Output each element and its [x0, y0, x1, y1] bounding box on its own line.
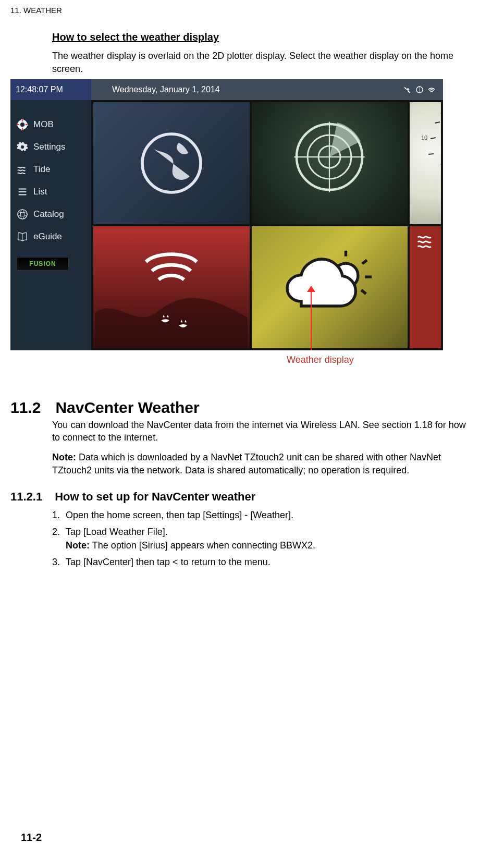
svg-point-12: [142, 134, 201, 192]
sidebar-item-label: Tide: [33, 164, 50, 176]
book-icon: [17, 231, 28, 242]
note-text: The option [Sirius] appears when connect…: [90, 540, 315, 551]
target-icon: [415, 86, 424, 94]
gauge-icon: 10: [410, 102, 441, 224]
svg-line-24: [362, 260, 367, 264]
page-number: 11-2: [21, 830, 42, 845]
section-title: NavCenter Weather: [55, 397, 199, 419]
sidebar-item-label: eGuide: [33, 231, 62, 243]
sidebar-item-label: MOB: [33, 119, 54, 131]
sidebar-item-settings[interactable]: Settings: [10, 136, 91, 158]
lifebuoy-icon: [17, 119, 28, 130]
sidebar-item-catalog[interactable]: Catalog: [10, 203, 91, 226]
subsection-number: 11.2.1: [10, 489, 42, 505]
list-icon: [17, 186, 28, 198]
step-2-note: Note: The option [Sirius] appears when c…: [66, 539, 473, 552]
tile-fishfinder[interactable]: [93, 226, 250, 348]
sidebar-item-mob[interactable]: MOB: [10, 114, 91, 136]
svg-point-9: [18, 212, 27, 216]
status-bar: 12:48:07 PM Wednesday, January 1, 2014: [10, 79, 443, 100]
svg-rect-7: [26, 124, 29, 126]
svg-line-19: [431, 138, 436, 139]
sidebar-item-eguide[interactable]: eGuide: [10, 226, 91, 248]
svg-rect-6: [17, 124, 20, 126]
sidebar-item-tide[interactable]: Tide: [10, 158, 91, 181]
svg-point-3: [20, 123, 24, 127]
svg-line-20: [428, 154, 434, 154]
section-number: 11.2: [10, 397, 41, 419]
fusion-badge[interactable]: FUSION: [17, 257, 69, 271]
sidebar: MOB Settings Tide List: [10, 100, 91, 350]
radar-icon: [290, 118, 368, 196]
step-1: Open the home screen, then tap [Settings…: [63, 509, 473, 521]
sidebar-item-label: Catalog: [33, 209, 64, 221]
svg-rect-4: [22, 119, 23, 122]
waves-icon: [416, 233, 435, 251]
svg-point-8: [18, 210, 27, 219]
note-text: Data which is downloaded by a NavNet TZt…: [52, 452, 441, 475]
tide-icon: [17, 164, 28, 175]
status-bar-time: 12:48:07 PM: [10, 79, 91, 100]
globe-grid-icon: [17, 209, 28, 220]
chapter-header: 11. WEATHER: [10, 5, 473, 16]
sidebar-item-label: Settings: [33, 141, 65, 153]
connection-icon: [427, 86, 436, 94]
tile-chart[interactable]: [93, 102, 250, 224]
note-label: Note:: [66, 540, 90, 551]
tiles-grid: 10: [91, 100, 443, 350]
tile-instrument[interactable]: 10: [410, 102, 441, 224]
step-2: Tap [Load Weather File]. Note: The optio…: [63, 526, 473, 552]
note-label: Note:: [52, 452, 76, 462]
status-bar-icons: [401, 79, 443, 100]
status-bar-date: Wednesday, January 1, 2014: [91, 79, 401, 100]
sidebar-item-list[interactable]: List: [10, 181, 91, 203]
step-2-text: Tap [Load Weather File].: [66, 527, 168, 537]
sidebar-item-label: List: [33, 186, 47, 198]
svg-point-10: [20, 210, 24, 219]
howto-heading: How to select the weather display: [52, 30, 473, 44]
callout-label: Weather display: [287, 353, 473, 366]
step-3: Tap [NavCenter] then tap < to return to …: [63, 556, 473, 568]
subsection-title: How to set up for NavCenter weather: [55, 489, 255, 505]
callout-line: [311, 289, 312, 350]
subsection-heading: 11.2.1 How to set up for NavCenter weath…: [10, 489, 473, 505]
svg-rect-5: [22, 128, 23, 131]
svg-text:10: 10: [421, 135, 427, 141]
tile-side-weather[interactable]: [410, 226, 441, 348]
weather-cloud-sun-icon: [282, 248, 376, 326]
satellite-icon: [403, 86, 412, 94]
steps-list: Open the home screen, then tap [Settings…: [63, 509, 473, 569]
howto-paragraph: The weather display is overlaid on the 2…: [52, 50, 473, 75]
home-screen-screenshot: 12:48:07 PM Wednesday, January 1, 2014 M…: [10, 79, 443, 350]
svg-line-18: [435, 122, 440, 123]
section-para1: You can download the NavCenter data from…: [52, 419, 473, 444]
section-note: Note: Data which is downloaded by a NavN…: [52, 451, 473, 477]
globe-icon: [135, 127, 208, 200]
sonar-icon: [93, 226, 250, 348]
gear-icon: [17, 141, 28, 153]
tile-weather[interactable]: [252, 226, 408, 348]
tile-radar[interactable]: [252, 102, 408, 224]
section-heading: 11.2 NavCenter Weather: [10, 397, 473, 419]
svg-line-26: [361, 290, 366, 294]
